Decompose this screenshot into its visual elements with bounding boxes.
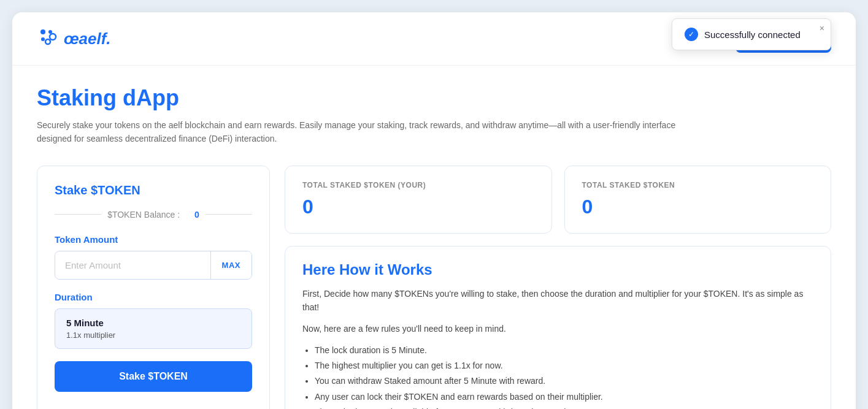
stats-row: TOTAL STAKED $TOKEN (YOUR) 0 TOTAL STAKE… xyxy=(285,166,831,234)
list-item: The staked amount is available for emerg… xyxy=(315,405,813,409)
amount-input[interactable] xyxy=(55,251,210,279)
toast-check-icon: ✓ xyxy=(685,28,698,41)
total-staked-value: 0 xyxy=(582,196,814,218)
main-content: Staking dApp Securely stake your tokens … xyxy=(12,66,856,409)
balance-value: 0 xyxy=(194,210,199,220)
list-item: Any user can lock their $TOKEN and earn … xyxy=(315,389,813,405)
duration-option-sub: 1.1x multiplier xyxy=(66,331,240,340)
list-item: You can withdraw Staked amount after 5 M… xyxy=(315,373,813,389)
toast-notification: ✓ Successfully connected × xyxy=(672,18,831,50)
total-staked-card: TOTAL STAKED $TOKEN 0 xyxy=(564,166,832,234)
how-it-works-intro2: Now, here are a few rules you'll need to… xyxy=(302,322,813,335)
how-rules-list: The lock duration is 5 Minute. The highe… xyxy=(302,343,813,409)
balance-line-right xyxy=(205,214,252,215)
svg-point-3 xyxy=(50,34,56,40)
toast-close-button[interactable]: × xyxy=(820,24,824,32)
logo: œaelf. xyxy=(37,26,111,52)
how-it-works-section: Here How it Works First, Decide how many… xyxy=(285,246,831,409)
stake-panel-title: Stake $TOKEN xyxy=(55,183,252,197)
stake-panel: Stake $TOKEN $TOKEN Balance : 0 Token Am… xyxy=(37,166,270,409)
list-item: The lock duration is 5 Minute. xyxy=(315,343,813,358)
page-description: Securely stake your tokens on the aelf b… xyxy=(37,118,681,146)
balance-label: $TOKEN Balance : xyxy=(107,210,180,220)
max-button[interactable]: MAX xyxy=(210,251,252,279)
amount-input-row: MAX xyxy=(55,251,252,280)
token-amount-label: Token Amount xyxy=(55,234,252,245)
duration-label: Duration xyxy=(55,292,252,302)
svg-point-2 xyxy=(41,37,45,41)
header: œaelf. Create Token ✓ Successfully conne… xyxy=(12,12,856,66)
duration-option[interactable]: 5 Minute 1.1x multiplier xyxy=(55,308,252,349)
how-it-works-intro1: First, Decide how many $TOKENs you're wi… xyxy=(302,287,813,315)
svg-point-0 xyxy=(40,29,45,34)
right-panel: TOTAL STAKED $TOKEN (YOUR) 0 TOTAL STAKE… xyxy=(285,166,831,409)
app-container: œaelf. Create Token ✓ Successfully conne… xyxy=(12,12,856,409)
logo-icon xyxy=(37,26,59,52)
logo-text: œaelf. xyxy=(64,29,111,48)
page-title: Staking dApp xyxy=(37,85,831,111)
svg-point-4 xyxy=(45,39,50,44)
how-it-works-title: Here How it Works xyxy=(302,261,813,278)
list-item: The highest multiplier you can get is 1.… xyxy=(315,358,813,373)
total-staked-label: TOTAL STAKED $TOKEN xyxy=(582,181,814,189)
your-staked-label: TOTAL STAKED $TOKEN (YOUR) xyxy=(302,181,534,189)
balance-bar: $TOKEN Balance : 0 xyxy=(55,210,252,220)
your-staked-value: 0 xyxy=(302,196,534,218)
content-grid: Stake $TOKEN $TOKEN Balance : 0 Token Am… xyxy=(37,166,831,409)
your-staked-card: TOTAL STAKED $TOKEN (YOUR) 0 xyxy=(285,166,552,234)
duration-option-title: 5 Minute xyxy=(66,318,240,328)
toast-message: Successfully connected xyxy=(704,29,801,40)
balance-line-left xyxy=(55,214,101,215)
stake-button[interactable]: Stake $TOKEN xyxy=(55,361,252,392)
